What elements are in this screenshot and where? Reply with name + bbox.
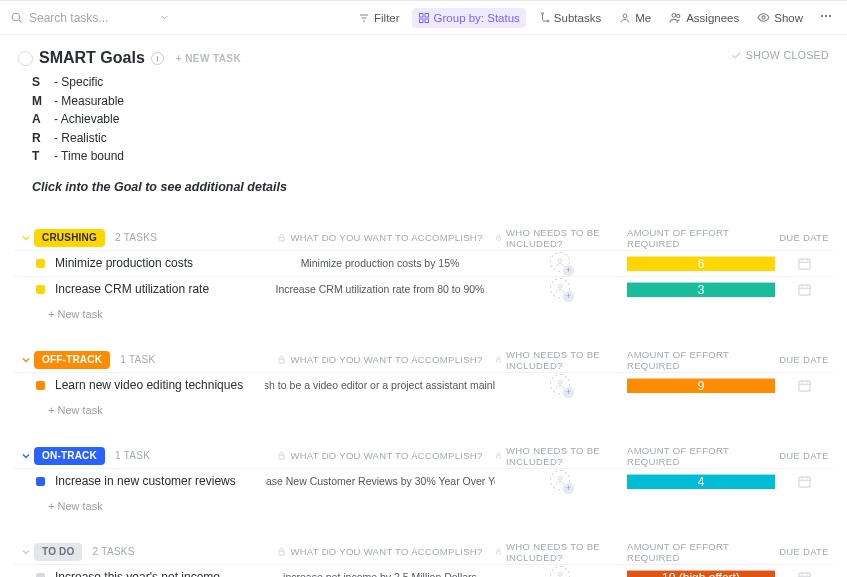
cell-effort[interactable]: 3 <box>627 282 775 297</box>
cell-due-date[interactable] <box>775 282 833 297</box>
column-header-effort[interactable]: AMOUNT OF EFFORT REQUIRED <box>627 349 775 371</box>
task-row[interactable]: Increase in new customer reviewsIncrease… <box>14 468 833 494</box>
show-button[interactable]: Show <box>751 7 809 28</box>
task-name[interactable]: Minimize production costs <box>55 256 193 270</box>
column-header-accomplish[interactable]: WHAT DO YOU WANT TO ACCOMPLISH? <box>265 546 495 557</box>
task-count: 1 TASK <box>120 354 155 365</box>
task-count: 2 TASKS <box>92 546 134 557</box>
task-name[interactable]: Learn new video editing techniques <box>55 378 243 392</box>
column-header-who[interactable]: WHO NEEDS TO BE INCLUDED? <box>495 541 627 563</box>
plus-icon: + <box>563 291 574 302</box>
user-icon <box>554 570 566 577</box>
cell-effort[interactable]: 4 <box>627 474 775 489</box>
cell-due-date[interactable] <box>775 474 833 489</box>
cell-accomplish[interactable]: Increase New Customer Reviews by 30% Yea… <box>265 475 495 487</box>
info-icon[interactable]: i <box>151 52 164 65</box>
task-groups: CRUSHING2 TASKSWHAT DO YOU WANT TO ACCOM… <box>0 194 847 577</box>
new-task-row[interactable]: + New task <box>14 398 833 416</box>
list-status-circle[interactable] <box>18 51 33 66</box>
dots-icon <box>819 9 833 23</box>
task-main: Increase CRM utilization rate <box>36 282 265 296</box>
status-pill[interactable]: ON-TRACK <box>34 447 105 465</box>
task-main: Minimize production costs <box>36 256 265 270</box>
collapse-toggle[interactable] <box>18 354 34 366</box>
svg-point-25 <box>558 285 562 289</box>
column-header-due[interactable]: DUE DATE <box>775 546 833 557</box>
task-status-square[interactable] <box>36 477 45 486</box>
task-row[interactable]: Increase this year's net incomeincrease … <box>14 564 833 577</box>
column-header-effort[interactable]: AMOUNT OF EFFORT REQUIRED <box>627 445 775 467</box>
column-header-due[interactable]: DUE DATE <box>775 232 833 243</box>
collapse-toggle[interactable] <box>18 232 34 244</box>
effort-badge: 4 <box>627 474 775 489</box>
cell-accomplish[interactable]: Minimize production costs by 15% <box>265 257 495 269</box>
column-header-label: AMOUNT OF EFFORT REQUIRED <box>627 227 775 249</box>
me-button[interactable]: Me <box>613 8 657 28</box>
column-header-who[interactable]: WHO NEEDS TO BE INCLUDED? <box>495 227 627 249</box>
svg-point-16 <box>825 15 827 17</box>
collapse-toggle[interactable] <box>18 450 34 462</box>
assignee-placeholder[interactable]: + <box>550 566 572 577</box>
cell-accomplish[interactable]: I wish to be a video editor or a project… <box>265 379 495 391</box>
task-status-square[interactable] <box>36 285 45 294</box>
assignee-placeholder[interactable]: + <box>550 252 572 274</box>
cell-accomplish[interactable]: Increase CRM utilization rate from 80 to… <box>265 283 495 295</box>
assignee-placeholder[interactable]: + <box>550 374 572 396</box>
column-header-due[interactable]: DUE DATE <box>775 354 833 365</box>
cell-due-date[interactable] <box>775 570 833 577</box>
filter-label: Filter <box>374 12 400 24</box>
status-pill[interactable]: TO DO <box>34 543 82 561</box>
column-header-accomplish[interactable]: WHAT DO YOU WANT TO ACCOMPLISH? <box>265 450 495 461</box>
new-task-row[interactable]: + New task <box>14 302 833 320</box>
assignee-placeholder[interactable]: + <box>550 278 572 300</box>
cell-who[interactable]: + <box>495 374 627 396</box>
assignees-button[interactable]: Assignees <box>663 7 745 28</box>
cell-due-date[interactable] <box>775 256 833 271</box>
smart-row: M- Measurable <box>32 92 847 111</box>
task-name[interactable]: Increase this year's net income <box>55 570 220 577</box>
task-name[interactable]: Increase CRM utilization rate <box>55 282 209 296</box>
page-header: SMART Goals i + NEW TASK SHOW CLOSED <box>0 35 847 71</box>
users-icon <box>669 11 682 24</box>
task-row[interactable]: Learn new video editing techniquesI wish… <box>14 372 833 398</box>
column-header-effort[interactable]: AMOUNT OF EFFORT REQUIRED <box>627 227 775 249</box>
filter-button[interactable]: Filter <box>352 8 406 28</box>
cell-accomplish[interactable]: increase net income by 2.5 Million Dolla… <box>265 571 495 577</box>
task-row[interactable]: Minimize production costsMinimize produc… <box>14 250 833 276</box>
smart-row: R- Realistic <box>32 129 847 148</box>
new-task-button[interactable]: + NEW TASK <box>176 53 241 64</box>
cell-due-date[interactable] <box>775 378 833 393</box>
group-by-button[interactable]: Group by: Status <box>412 8 526 28</box>
status-pill[interactable]: OFF-TRACK <box>34 351 110 369</box>
cell-effort[interactable]: 9 <box>627 378 775 393</box>
cell-who[interactable]: + <box>495 278 627 300</box>
status-pill[interactable]: CRUSHING <box>34 229 105 247</box>
cell-who[interactable]: + <box>495 566 627 577</box>
column-header-who[interactable]: WHO NEEDS TO BE INCLUDED? <box>495 445 627 467</box>
search-input[interactable] <box>29 11 139 25</box>
show-closed-button[interactable]: SHOW CLOSED <box>731 49 829 61</box>
column-header-accomplish[interactable]: WHAT DO YOU WANT TO ACCOMPLISH? <box>265 354 495 365</box>
chevron-down-icon[interactable] <box>159 12 170 23</box>
assignee-placeholder[interactable]: + <box>550 470 572 492</box>
task-status-square[interactable] <box>36 573 45 577</box>
cell-who[interactable]: + <box>495 470 627 492</box>
new-task-row[interactable]: + New task <box>14 494 833 512</box>
more-menu[interactable] <box>815 5 837 30</box>
column-header-due[interactable]: DUE DATE <box>775 450 833 461</box>
column-header-who[interactable]: WHO NEEDS TO BE INCLUDED? <box>495 349 627 371</box>
lock-icon <box>495 547 502 556</box>
subtasks-button[interactable]: Subtasks <box>532 8 607 28</box>
task-row[interactable]: Increase CRM utilization rateIncrease CR… <box>14 276 833 302</box>
cell-who[interactable]: + <box>495 252 627 274</box>
cell-effort[interactable]: 6 <box>627 256 775 271</box>
column-header-label: DUE DATE <box>779 354 829 365</box>
collapse-toggle[interactable] <box>18 546 34 558</box>
task-status-square[interactable] <box>36 381 45 390</box>
show-closed-label: SHOW CLOSED <box>746 49 829 61</box>
task-status-square[interactable] <box>36 259 45 268</box>
cell-effort[interactable]: 10 (high effort) <box>627 570 775 577</box>
task-name[interactable]: Increase in new customer reviews <box>55 474 236 488</box>
column-header-accomplish[interactable]: WHAT DO YOU WANT TO ACCOMPLISH? <box>265 232 495 243</box>
column-header-effort[interactable]: AMOUNT OF EFFORT REQUIRED <box>627 541 775 563</box>
